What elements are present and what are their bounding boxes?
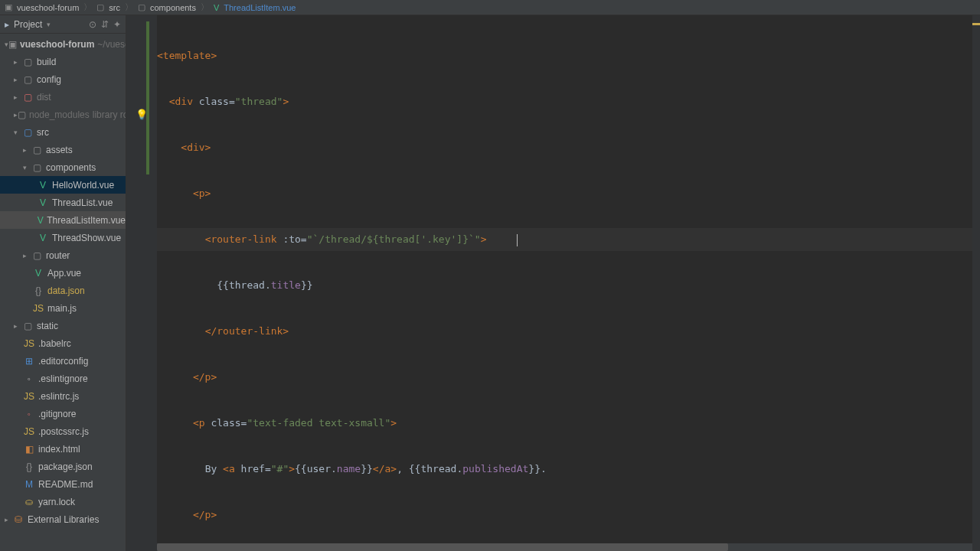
project-dropdown-icon[interactable]: ▸	[5, 19, 9, 30]
editor-right-gutter[interactable]	[972, 15, 980, 551]
tree-file-eslintignore[interactable]: ◦.eslintignore	[0, 370, 126, 387]
chevron-right-icon: 〉	[201, 2, 209, 13]
breadcrumb-dir2[interactable]: components	[150, 3, 196, 12]
tree-file-mainjs[interactable]: JSmain.js	[0, 299, 126, 317]
horizontal-scrollbar[interactable]	[157, 543, 972, 551]
tree-root[interactable]: ▾▣vueschool-forum~/vuesc	[0, 35, 126, 53]
intention-bulb-icon[interactable]: 💡	[136, 109, 148, 120]
tree-dir-config[interactable]: ▸▢config	[0, 70, 126, 88]
scrollbar-thumb[interactable]	[157, 543, 728, 551]
tree-file-yarnlock[interactable]: ⛀yarn.lock	[0, 493, 126, 510]
tree-dir-dist[interactable]: ▸▢dist	[0, 88, 126, 106]
sidebar-header: ▸ Project ▾ ⊙ ⇵ ✦	[0, 15, 126, 34]
tree-file-gitignore[interactable]: ◦.gitignore	[0, 405, 126, 422]
folder-icon: ▢	[138, 2, 145, 12]
tree-file-indexhtml[interactable]: ◧index.html	[0, 440, 126, 458]
tree-dir-src[interactable]: ▾▢src	[0, 123, 126, 141]
dropdown-icon[interactable]: ▾	[47, 21, 51, 28]
text-cursor	[517, 234, 518, 246]
vue-icon: V	[214, 3, 219, 12]
tree-dir-router[interactable]: ▸▢router	[0, 246, 126, 264]
tree-file-babelrc[interactable]: JS.babelrc	[0, 334, 126, 352]
chevron-right-icon: 〉	[83, 2, 92, 13]
tree-file-threadlistitem[interactable]: VThreadListItem.vue	[0, 211, 126, 229]
breadcrumb-file[interactable]: ThreadListItem.vue	[224, 3, 296, 12]
tree-dir-assets[interactable]: ▸▢assets	[0, 141, 126, 158]
folder-icon: ▢	[96, 2, 104, 12]
breadcrumb: ▣ vueschool-forum 〉 ▢ src 〉 ▢ components…	[0, 0, 980, 15]
sidebar-title[interactable]: Project	[14, 19, 42, 30]
warning-marker[interactable]	[972, 23, 980, 25]
tree-file-editorconfig[interactable]: ⊞.editorconfig	[0, 352, 126, 370]
tree-file-packagejson[interactable]: {}package.json	[0, 458, 126, 475]
tree-file-eslintrc[interactable]: JS.eslintrc.js	[0, 387, 126, 405]
tree-file-appvue[interactable]: VApp.vue	[0, 264, 126, 282]
tree-dir-node-modules[interactable]: ▸▢node_moduleslibrary roo	[0, 106, 126, 123]
settings-icon[interactable]: ✦	[113, 19, 121, 30]
project-sidebar: ▸ Project ▾ ⊙ ⇵ ✦ ▾▣vueschool-forum~/vue…	[0, 15, 126, 551]
tree-external-libs[interactable]: ▸⛁External Libraries	[0, 510, 126, 528]
tree-dir-components[interactable]: ▾▢components	[0, 158, 126, 176]
breadcrumb-project[interactable]: vueschool-forum	[17, 3, 79, 12]
breadcrumb-dir1[interactable]: src	[109, 3, 120, 12]
tree-file-threadshow[interactable]: VThreadShow.vue	[0, 229, 126, 246]
tree-dir-static[interactable]: ▸▢static	[0, 317, 126, 334]
file-tree[interactable]: ▾▣vueschool-forum~/vuesc ▸▢build ▸▢confi…	[0, 34, 126, 551]
tree-file-readme[interactable]: MREADME.md	[0, 475, 126, 493]
tree-file-threadlist[interactable]: VThreadList.vue	[0, 194, 126, 211]
chevron-right-icon: 〉	[125, 2, 133, 13]
tree-dir-build[interactable]: ▸▢build	[0, 53, 126, 70]
code-editor[interactable]: 💡 <template> <div class="thread"> <div> …	[126, 15, 980, 551]
folder-icon: ▣	[5, 2, 12, 12]
tree-file-datajson[interactable]: {}data.json	[0, 282, 126, 299]
tree-file-helloworld[interactable]: VHelloWorld.vue	[0, 176, 126, 194]
editor-gutter: 💡	[126, 15, 157, 551]
change-indicator	[146, 21, 149, 174]
target-icon[interactable]: ⊙	[89, 19, 96, 30]
collapse-icon[interactable]: ⇵	[101, 19, 109, 30]
tree-file-postcssrc[interactable]: JS.postcssrc.js	[0, 422, 126, 440]
